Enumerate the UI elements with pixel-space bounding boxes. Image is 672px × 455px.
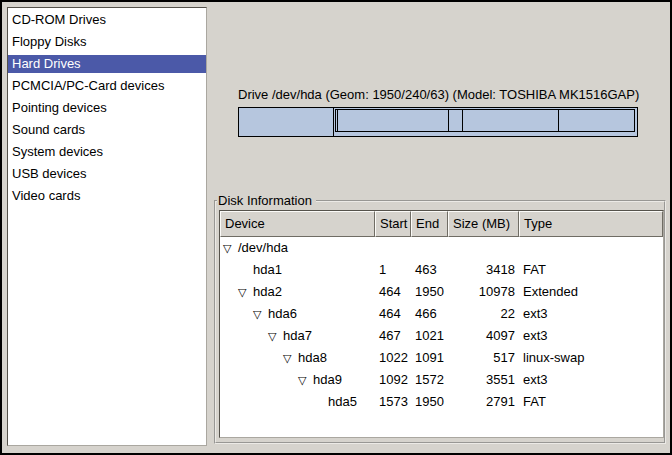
disk-row-dev-hda[interactable]: ▽/dev/hda: [220, 237, 663, 259]
end-cell: 1021: [411, 325, 448, 347]
type-cell: ext3: [519, 325, 663, 347]
device-label: hda7: [283, 325, 312, 347]
start-cell: 1022: [375, 347, 411, 369]
end-cell: 1091: [411, 347, 448, 369]
column-header-size-mb[interactable]: Size (MB): [448, 211, 519, 237]
size-cell: 10978: [448, 281, 519, 303]
partition-segment-hda8: [449, 110, 464, 131]
device-cell: ▽hda7: [220, 325, 375, 347]
device-cell: ▽hda8: [220, 347, 375, 369]
device-category-list[interactable]: CD-ROM DrivesFloppy DisksHard DrivesPCMC…: [7, 7, 207, 446]
end-cell: 1572: [411, 369, 448, 391]
device-label: /dev/hda: [238, 237, 288, 259]
expander-icon[interactable]: ▽: [268, 325, 283, 347]
start-cell: 464: [375, 303, 411, 325]
drive-partition-bar: [238, 107, 638, 137]
end-cell: 466: [411, 303, 448, 325]
device-cell: hda1: [220, 259, 375, 281]
sidebar-item-video-cards[interactable]: Video cards: [8, 187, 206, 205]
end-cell: 1950: [411, 281, 448, 303]
type-cell: FAT: [519, 259, 663, 281]
start-cell: 467: [375, 325, 411, 347]
type-cell: [519, 237, 663, 259]
expander-icon[interactable]: ▽: [253, 303, 268, 325]
partition-segment-hda7: [338, 110, 449, 131]
hardware-browser-window: CD-ROM DrivesFloppy DisksHard DrivesPCMC…: [0, 0, 672, 455]
device-label: hda9: [313, 369, 342, 391]
partition-segment-hda5: [559, 110, 634, 131]
start-cell: [375, 237, 411, 259]
device-cell: hda5: [220, 391, 375, 413]
end-cell: 1950: [411, 391, 448, 413]
device-cell: ▽/dev/hda: [220, 237, 375, 259]
device-cell: ▽hda6: [220, 303, 375, 325]
sidebar-item-pcmcia-pc-card-devices[interactable]: PCMCIA/PC-Card devices: [8, 77, 206, 95]
extended-partition-box: [335, 109, 635, 132]
partition-segment-hda1: [239, 108, 334, 136]
size-cell: 3551: [448, 369, 519, 391]
size-cell: 517: [448, 347, 519, 369]
size-cell: 2791: [448, 391, 519, 413]
expander-icon[interactable]: ▽: [283, 347, 298, 369]
size-cell: 3418: [448, 259, 519, 281]
sidebar-item-sound-cards[interactable]: Sound cards: [8, 121, 206, 139]
disk-table-header: DeviceStartEndSize (MB)Type: [220, 211, 663, 237]
size-cell: [448, 237, 519, 259]
sidebar-item-floppy-disks[interactable]: Floppy Disks: [8, 33, 206, 51]
drive-title: Drive /dev/hda (Geom: 1950/240/63) (Mode…: [238, 87, 638, 102]
disk-row-hda1[interactable]: hda114633418FAT: [220, 259, 663, 281]
device-label: hda8: [298, 347, 327, 369]
disk-table-body: ▽/dev/hdahda114633418FAT▽hda246419501097…: [220, 237, 663, 413]
device-label: hda1: [253, 259, 282, 281]
sidebar-item-hard-drives[interactable]: Hard Drives: [8, 55, 206, 73]
size-cell: 4097: [448, 325, 519, 347]
start-cell: 1573: [375, 391, 411, 413]
disk-information-frame: Disk Information DeviceStartEndSize (MB)…: [214, 200, 666, 444]
disk-row-hda8[interactable]: ▽hda810221091517linux-swap: [220, 347, 663, 369]
device-cell: ▽hda2: [220, 281, 375, 303]
end-cell: 463: [411, 259, 448, 281]
size-cell: 22: [448, 303, 519, 325]
disk-row-hda6[interactable]: ▽hda646446622ext3: [220, 303, 663, 325]
expander-icon[interactable]: ▽: [238, 281, 253, 303]
disk-information-frame-label: Disk Information: [217, 193, 316, 208]
type-cell: FAT: [519, 391, 663, 413]
type-cell: ext3: [519, 369, 663, 391]
column-header-type[interactable]: Type: [519, 211, 663, 237]
column-header-device[interactable]: Device: [220, 211, 375, 237]
type-cell: ext3: [519, 303, 663, 325]
column-header-end[interactable]: End: [411, 211, 448, 237]
column-header-start[interactable]: Start: [375, 211, 411, 237]
expander-icon[interactable]: ▽: [298, 369, 313, 391]
disk-row-hda2[interactable]: ▽hda2464195010978Extended: [220, 281, 663, 303]
sidebar-item-usb-devices[interactable]: USB devices: [8, 165, 206, 183]
device-label: hda5: [328, 391, 357, 413]
device-cell: ▽hda9: [220, 369, 375, 391]
type-cell: linux-swap: [519, 347, 663, 369]
expander-icon[interactable]: ▽: [223, 237, 238, 259]
device-label: hda2: [253, 281, 282, 303]
start-cell: 1092: [375, 369, 411, 391]
device-label: hda6: [268, 303, 297, 325]
disk-row-hda7[interactable]: ▽hda746710214097ext3: [220, 325, 663, 347]
sidebar-item-system-devices[interactable]: System devices: [8, 143, 206, 161]
disk-information-table: DeviceStartEndSize (MB)Type ▽/dev/hdahda…: [219, 210, 664, 438]
start-cell: 464: [375, 281, 411, 303]
start-cell: 1: [375, 259, 411, 281]
disk-row-hda9[interactable]: ▽hda9109215723551ext3: [220, 369, 663, 391]
type-cell: Extended: [519, 281, 663, 303]
sidebar-item-cd-rom-drives[interactable]: CD-ROM Drives: [8, 11, 206, 29]
disk-row-hda5[interactable]: hda5157319502791FAT: [220, 391, 663, 413]
sidebar-item-pointing-devices[interactable]: Pointing devices: [8, 99, 206, 117]
end-cell: [411, 237, 448, 259]
partition-segment-hda9: [463, 110, 559, 131]
